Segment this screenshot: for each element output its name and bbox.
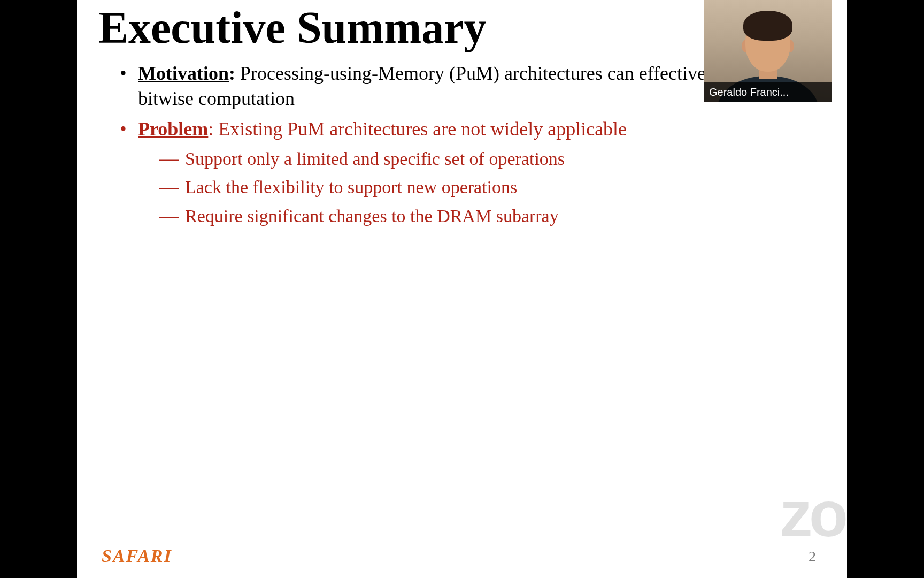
problem-sub-list: Support only a limited and specific set …	[138, 146, 826, 229]
problem-sub-item: Require significant changes to the DRAM …	[159, 203, 826, 229]
motivation-label: Motivation	[138, 63, 229, 84]
footer-logo: SAFARI	[102, 546, 172, 566]
bullet-problem: Problem: Existing PuM architectures are …	[120, 117, 826, 229]
motivation-text: Processing-using-Memory (PuM) architectu…	[138, 63, 788, 109]
problem-sub-item: Lack the flexibility to support new oper…	[159, 174, 826, 200]
problem-label: Problem	[138, 118, 208, 140]
page-number: 2	[808, 548, 816, 565]
webcam-name-label: Geraldo Franci...	[704, 82, 832, 102]
webcam-tile[interactable]: Geraldo Franci...	[704, 0, 832, 102]
problem-sub-item: Support only a limited and specific set …	[159, 146, 826, 172]
motivation-colon: :	[229, 63, 235, 84]
problem-text: : Existing PuM architectures are not wid…	[208, 118, 627, 140]
